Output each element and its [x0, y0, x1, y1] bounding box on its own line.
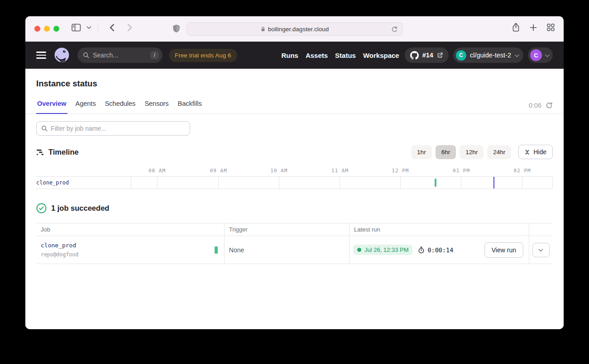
gridline	[461, 177, 461, 189]
menu-icon[interactable]	[36, 52, 46, 59]
table-row: clone_prod repo@dogfood None Jul 26, 12:…	[36, 236, 553, 264]
dagster-logo[interactable]	[53, 47, 70, 64]
github-icon	[410, 51, 419, 60]
table-header-row: Job Trigger Latest run	[36, 223, 553, 236]
gridline	[218, 177, 219, 189]
timeline-job-label[interactable]: clone_prod	[36, 180, 69, 186]
stopwatch-icon	[418, 246, 425, 254]
duration-text: 0:00:14	[427, 246, 453, 254]
col-job: Job	[36, 223, 224, 236]
new-tab-icon[interactable]	[530, 24, 537, 33]
col-trigger: Trigger	[224, 223, 349, 236]
search-icon	[83, 52, 89, 58]
refresh-icon[interactable]	[546, 102, 553, 109]
range-24hr-button[interactable]: 24hr	[487, 145, 511, 159]
toolbar-divider	[98, 24, 98, 32]
gridline	[157, 177, 158, 189]
gridline	[522, 177, 522, 189]
hide-timeline-button[interactable]: Hide	[518, 145, 553, 159]
privacy-shield-icon[interactable]	[172, 24, 181, 36]
nav-runs[interactable]: Runs	[281, 52, 298, 59]
gridline	[279, 177, 279, 189]
deployment-switcher[interactable]: C cl/guide-test-2	[453, 47, 523, 63]
sidebar-icon[interactable]	[69, 23, 84, 33]
range-12hr-button[interactable]: 12hr	[460, 145, 484, 159]
axis-tick: 02 PM	[514, 168, 531, 174]
page-content: Instance status Overview Agents Schedule…	[25, 69, 564, 329]
tab-schedules[interactable]: Schedules	[104, 98, 137, 113]
timeline-icon	[36, 148, 44, 156]
forward-button[interactable]	[125, 23, 135, 33]
job-link[interactable]: clone_prod	[41, 242, 213, 249]
sidebar-chevron-down-icon[interactable]	[84, 25, 94, 30]
search-input[interactable]	[93, 52, 147, 59]
back-button[interactable]	[106, 23, 117, 33]
tab-agents[interactable]: Agents	[75, 98, 97, 113]
tab-backfills[interactable]: Backfills	[177, 98, 203, 113]
github-version-pill[interactable]: #14	[405, 47, 449, 63]
summary-text: 1 job succeeded	[51, 204, 109, 213]
tab-overview[interactable]: Overview	[36, 98, 67, 114]
axis-tick: 10 AM	[270, 168, 287, 174]
search-shortcut-key: /	[150, 51, 159, 59]
run-status-dot	[357, 248, 361, 252]
run-duration: 0:00:14	[418, 246, 453, 254]
job-filter[interactable]	[36, 121, 190, 136]
collapse-icon	[525, 149, 530, 155]
gridline	[340, 177, 340, 189]
axis-tick: 11 AM	[331, 168, 349, 174]
timeline-axis: 08 AM 09 AM 10 AM 11 AM 12 PM 01 PM 02 P…	[36, 165, 553, 176]
row-menu-button[interactable]	[532, 243, 550, 257]
toolbar-nav-group	[69, 23, 135, 33]
refresh-timer: 0:06	[529, 102, 541, 109]
lock-icon	[261, 26, 265, 32]
gridline	[131, 177, 131, 189]
tab-sensors[interactable]: Sensors	[144, 98, 169, 113]
nav-status[interactable]: Status	[335, 52, 356, 59]
nav-assets[interactable]: Assets	[306, 52, 328, 59]
now-line	[493, 177, 494, 189]
global-search[interactable]: /	[77, 47, 163, 63]
trigger-cell: None	[224, 236, 349, 264]
timeline-row-clone-prod: clone_prod	[36, 176, 553, 189]
user-menu[interactable]: C	[528, 47, 553, 63]
timeline-chart: 08 AM 09 AM 10 AM 11 AM 12 PM 01 PM 02 P…	[25, 165, 564, 189]
run-marker[interactable]	[435, 179, 436, 187]
chevron-down-icon	[515, 52, 519, 57]
url-text: bollinger.dagster.cloud	[268, 26, 329, 33]
zoom-window-button[interactable]	[53, 26, 59, 32]
close-window-button[interactable]	[34, 26, 40, 32]
share-icon[interactable]	[512, 23, 520, 34]
app-header: / Free trial ends Aug 6 Runs Assets Stat…	[25, 42, 564, 69]
timeline-title: Timeline	[48, 148, 79, 156]
address-bar[interactable]: bollinger.dagster.cloud	[187, 22, 403, 36]
actions-cell	[529, 236, 553, 264]
user-avatar: C	[530, 49, 542, 61]
axis-tick: 12 PM	[392, 168, 409, 174]
trial-badge[interactable]: Free trial ends Aug 6	[169, 49, 237, 62]
traffic-lights	[34, 26, 59, 32]
nav-workspace[interactable]: Workspace	[363, 52, 399, 59]
job-filter-input[interactable]	[51, 125, 185, 132]
latest-run-time: Jul 26, 12:33 PM	[364, 246, 409, 253]
github-version-label: #14	[422, 52, 433, 59]
axis-tick: 09 AM	[210, 168, 227, 174]
job-status-indicator[interactable]	[215, 246, 218, 254]
timeline-header: Timeline 1hr 6hr 12hr 24hr Hide	[25, 136, 564, 165]
range-1hr-button[interactable]: 1hr	[411, 145, 432, 159]
browser-window: bollinger.dagster.cloud	[25, 16, 564, 329]
latest-run-badge[interactable]: Jul 26, 12:33 PM	[353, 245, 413, 255]
reload-icon[interactable]	[391, 26, 398, 35]
gridline	[400, 177, 401, 189]
chevron-down-icon	[539, 247, 543, 251]
tab-overview-icon[interactable]	[547, 24, 555, 33]
jobs-table: Job Trigger Latest run clone_prod repo@d…	[36, 223, 553, 264]
minimize-window-button[interactable]	[44, 26, 50, 32]
deployment-avatar: C	[456, 50, 466, 61]
timeline-title-group: Timeline	[36, 148, 79, 156]
jobs-table-wrap: Job Trigger Latest run clone_prod repo@d…	[36, 223, 553, 264]
filter-row	[25, 114, 564, 136]
job-cell: clone_prod repo@dogfood	[36, 236, 224, 264]
range-6hr-button[interactable]: 6hr	[436, 145, 456, 159]
view-run-button[interactable]: View run	[484, 242, 523, 258]
